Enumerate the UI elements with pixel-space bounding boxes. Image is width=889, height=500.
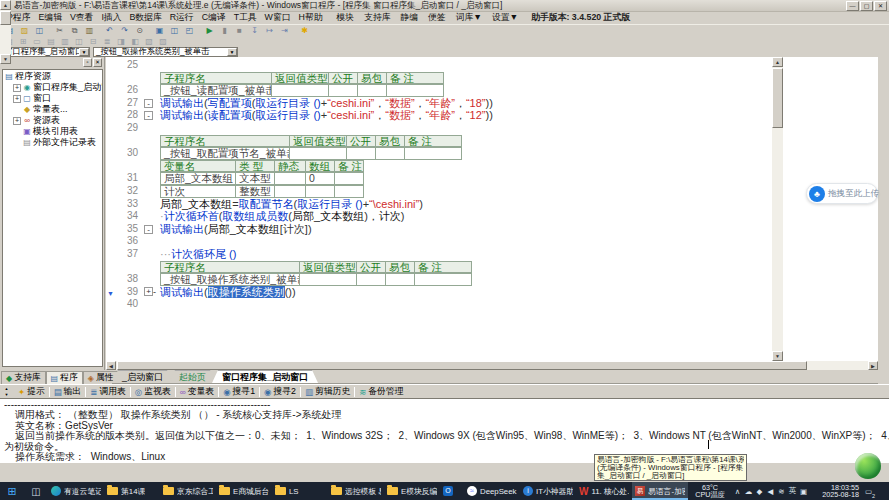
design-tool-icon-11[interactable]: ▨ xyxy=(156,37,170,46)
step-into-icon[interactable]: ↧ xyxy=(247,25,262,36)
pause-icon[interactable]: ▮ xyxy=(217,25,232,36)
stop-icon[interactable]: ■ xyxy=(232,25,247,36)
panel-tab-支持库[interactable]: ◆支持库 xyxy=(1,371,46,384)
panel-tab-程序[interactable]: ▤程序 xyxy=(46,371,83,384)
table-cell[interactable] xyxy=(356,273,386,286)
paste-icon[interactable]: ▥ xyxy=(82,25,97,36)
design-tool-icon-5[interactable]: ◫ xyxy=(72,37,86,46)
code-horizontal-scrollbar[interactable]: ◀▶ xyxy=(106,361,878,370)
design-tool-icon-4[interactable]: ▥ xyxy=(58,37,72,46)
maximize-button[interactable]: ▢ xyxy=(860,1,873,11)
menu-item-8[interactable]: W窗口 xyxy=(261,12,295,24)
scroll-right-icon[interactable]: ▶ xyxy=(868,361,878,370)
notification-icon[interactable]: ▭2 xyxy=(861,482,876,500)
code-row-t[interactable]: 子程序名返回值类型公开易包备 注 xyxy=(106,72,878,85)
tray-icon-5[interactable]: 英 xyxy=(787,482,798,500)
code-row-39[interactable]: ▼39+-调试输出 (取操作系统类别 ()) xyxy=(106,286,878,299)
table-cell[interactable] xyxy=(271,84,329,97)
tray-icon-4[interactable]: ≋ xyxy=(776,482,787,500)
close-panel-button[interactable]: ✕ xyxy=(93,58,102,67)
code-row-t[interactable]: 子程序名返回值类型公开易包备 注 xyxy=(106,261,878,274)
table-cell[interactable] xyxy=(386,84,444,97)
copy-icon[interactable]: ⧉ xyxy=(67,25,82,36)
find-icon[interactable]: ⊙ xyxy=(132,25,147,36)
table-cell[interactable] xyxy=(357,84,387,97)
table-cell[interactable] xyxy=(334,172,364,185)
design-tool-icon-8[interactable]: ◨ xyxy=(114,37,128,46)
run-to-cursor-icon[interactable]: ⇥ xyxy=(277,25,292,36)
chevron-down-icon[interactable]: ▼ xyxy=(79,48,89,56)
table-cell[interactable]: 0 xyxy=(305,172,335,185)
bottom-tab-tips[interactable]: ✦提示 xyxy=(14,386,49,398)
scroll-thumb[interactable] xyxy=(772,68,783,128)
design-tool-icon-1[interactable]: ⊞ xyxy=(16,37,30,46)
doc-tab-2[interactable]: 窗口程序集_启动窗口 xyxy=(212,370,318,383)
step-over-icon[interactable]: ↦ xyxy=(262,25,277,36)
scroll-thumb[interactable] xyxy=(0,11,11,25)
code-editor[interactable]: 25子程序名返回值类型公开易包备 注26_按钮_读配置项_被单击27-调试输出 … xyxy=(106,57,878,361)
upload-drop-pill[interactable]: ♣ 拖拽至此上传 xyxy=(806,183,878,204)
spinner-arrow-icon[interactable]: ▼ xyxy=(2,392,11,398)
taskbar-item-folder-lesson14[interactable]: 第14课 xyxy=(104,482,160,500)
taskbar-item-youdao-note[interactable]: 有道云笔记 .. xyxy=(48,482,104,500)
cpu-temp-widget[interactable]: 63°CCPU温度 xyxy=(688,482,732,500)
menu-item-6[interactable]: C编译 xyxy=(198,12,230,24)
menu-extra-5[interactable]: 设置▼ xyxy=(487,12,523,24)
code-row-37[interactable]: 37···计次循环尾 () xyxy=(106,248,878,261)
menu-item-4[interactable]: B数据库 xyxy=(125,12,165,24)
taskbar-item-folder-ls[interactable]: LS xyxy=(272,482,328,500)
table-cell[interactable] xyxy=(414,273,472,286)
undo-icon[interactable]: ↶ xyxy=(102,25,117,36)
menu-extra-2[interactable]: 静编 xyxy=(395,12,423,24)
scroll-down-icon[interactable]: ▼ xyxy=(0,54,11,64)
code-row-t[interactable]: 变量名类 型静态数组备 注 xyxy=(106,160,878,173)
menu-item-7[interactable]: T工具 xyxy=(230,12,261,24)
window-tile-icon[interactable]: ◫ xyxy=(167,25,182,36)
chevron-down-icon[interactable]: ▼ xyxy=(227,48,237,56)
menu-extra-1[interactable]: 支持库 xyxy=(359,12,395,24)
tree-item-5[interactable]: ▤外部文件记录表 xyxy=(4,137,101,148)
fold-marker-icon[interactable]: - xyxy=(144,99,153,108)
code-row-36[interactable]: 36 xyxy=(106,235,878,248)
table-cell[interactable] xyxy=(328,84,358,97)
bottom-tab-search2[interactable]: ◉搜寻2 xyxy=(260,386,300,398)
bottom-tab-backup-manager[interactable]: ≋备份管理 xyxy=(355,386,407,398)
code-row-31[interactable]: 31局部_文本数组文本型0 xyxy=(106,172,878,185)
expand-icon[interactable]: + xyxy=(13,84,21,92)
floating-assistant-icon[interactable] xyxy=(855,453,881,479)
save-icon[interactable]: ◫ xyxy=(32,25,47,36)
menu-extra-3[interactable]: 便签 xyxy=(423,12,451,24)
assembly-combo[interactable]: 窗口程序集_启动窗口 ▼ xyxy=(1,47,90,57)
bottom-tab-output[interactable]: ▤输出 xyxy=(50,386,86,398)
code-row-30[interactable]: 30_按钮_取配置项节名_被单击 xyxy=(106,147,878,160)
window-cascade-icon[interactable]: ▣ xyxy=(152,25,167,36)
taskbar-item-deepseek[interactable]: ≈DeepSeek... xyxy=(464,482,520,500)
table-cell[interactable]: _按钮_取配置项节名_被单击 xyxy=(160,147,290,160)
code-row-32[interactable]: 32计次整数型 xyxy=(106,185,878,198)
table-cell[interactable]: 文本型 xyxy=(235,172,275,185)
taskbar-item-it-gadget[interactable]: iIT小神器助... xyxy=(520,482,576,500)
table-cell[interactable] xyxy=(274,172,306,185)
code-row-t[interactable]: 子程序名返回值类型公开易包备 注 xyxy=(106,135,878,148)
scroll-down-icon[interactable]: ▼ xyxy=(772,351,783,361)
window-split-icon[interactable]: ◰ xyxy=(182,25,197,36)
code-row-29[interactable]: 29 xyxy=(106,122,878,135)
task-view-button[interactable]: ◫ xyxy=(24,482,48,500)
fold-marker-icon[interactable]: - xyxy=(144,111,153,120)
output-panel[interactable]: ----------------------------------------… xyxy=(0,398,889,462)
tray-icon-3[interactable]: ◀ xyxy=(765,482,776,500)
code-row-25[interactable]: 25 xyxy=(106,59,878,72)
code-row-26[interactable]: 26_按钮_读配置项_被单击 xyxy=(106,84,878,97)
design-tool-icon-10[interactable]: ▧ xyxy=(142,37,156,46)
run-icon[interactable]: ▶ xyxy=(202,25,217,36)
table-cell[interactable] xyxy=(305,185,335,198)
design-tool-icon-6[interactable]: ⊟ xyxy=(86,37,100,46)
doc-tab-0[interactable]: _启动窗口 xyxy=(112,370,173,383)
table-cell[interactable] xyxy=(274,185,306,198)
code-row-33[interactable]: 33局部_文本数组 = 取配置节名 (取运行目录 () + “\ceshi.in… xyxy=(106,198,878,211)
menu-extra-0[interactable]: 模块 xyxy=(331,12,359,24)
cut-icon[interactable]: ✂ xyxy=(52,25,67,36)
bottom-tab-search1[interactable]: ◉搜寻1 xyxy=(219,386,259,398)
helper-icon[interactable]: ✱ xyxy=(297,25,312,36)
redo-icon[interactable]: ↷ xyxy=(117,25,132,36)
